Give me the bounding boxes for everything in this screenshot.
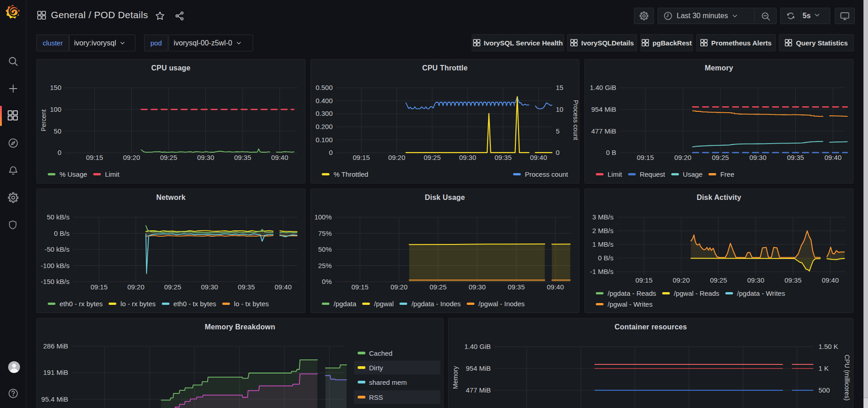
svg-text:09:15: 09:15 bbox=[637, 154, 654, 161]
svg-text:Process count: Process count bbox=[572, 100, 579, 140]
svg-text:09:35: 09:35 bbox=[784, 276, 802, 284]
svg-text:09:15: 09:15 bbox=[86, 154, 103, 161]
svg-text:Memory: Memory bbox=[452, 366, 459, 389]
svg-text:50: 50 bbox=[54, 127, 61, 135]
svg-text:09:25: 09:25 bbox=[424, 154, 441, 161]
svg-text:09:25: 09:25 bbox=[160, 154, 177, 161]
svg-text:-50 kB/s: -50 kB/s bbox=[45, 245, 70, 253]
svg-text:1 MB/s: 1 MB/s bbox=[592, 240, 614, 248]
svg-text:0.300: 0.300 bbox=[315, 109, 333, 117]
svg-text:09:25: 09:25 bbox=[712, 154, 729, 161]
svg-text:0 B/s: 0 B/s bbox=[598, 254, 614, 262]
svg-text:-1 MB/s: -1 MB/s bbox=[590, 268, 614, 275]
svg-text:09:35: 09:35 bbox=[787, 154, 804, 161]
svg-text:25%: 25% bbox=[318, 262, 332, 269]
svg-text:09:20: 09:20 bbox=[123, 154, 140, 161]
svg-text:0.100: 0.100 bbox=[315, 136, 333, 144]
svg-text:09:15: 09:15 bbox=[351, 283, 369, 291]
svg-text:09:35: 09:35 bbox=[234, 154, 251, 161]
svg-text:09:15: 09:15 bbox=[90, 283, 108, 291]
svg-text:0.500: 0.500 bbox=[315, 84, 333, 91]
svg-text:09:20: 09:20 bbox=[390, 283, 408, 291]
svg-text:1.50 K: 1.50 K bbox=[818, 343, 838, 350]
svg-text:09:35: 09:35 bbox=[238, 283, 255, 291]
svg-text:09:35: 09:35 bbox=[494, 154, 512, 161]
svg-text:09:40: 09:40 bbox=[271, 154, 289, 161]
svg-text:09:30: 09:30 bbox=[747, 276, 764, 284]
svg-text:09:40: 09:40 bbox=[530, 154, 547, 161]
svg-text:09:25: 09:25 bbox=[164, 283, 181, 291]
svg-text:1 K: 1 K bbox=[818, 364, 829, 372]
svg-text:50%: 50% bbox=[318, 245, 332, 253]
svg-text:0.400: 0.400 bbox=[315, 97, 333, 104]
svg-text:-100 kB/s: -100 kB/s bbox=[41, 262, 70, 269]
svg-text:477 MiB: 477 MiB bbox=[466, 386, 491, 394]
svg-text:09:40: 09:40 bbox=[824, 154, 842, 161]
svg-text:500: 500 bbox=[818, 386, 830, 394]
svg-text:0: 0 bbox=[329, 149, 333, 156]
svg-text:09:20: 09:20 bbox=[388, 154, 405, 161]
svg-text:09:35: 09:35 bbox=[508, 283, 525, 291]
svg-text:09:20: 09:20 bbox=[673, 276, 690, 284]
svg-text:09:20: 09:20 bbox=[674, 154, 692, 161]
svg-text:3 MB/s: 3 MB/s bbox=[592, 213, 614, 221]
svg-text:09:25: 09:25 bbox=[429, 283, 447, 291]
svg-text:954 MiB: 954 MiB bbox=[466, 364, 491, 372]
svg-text:09:15: 09:15 bbox=[635, 276, 653, 284]
svg-text:0 B: 0 B bbox=[606, 149, 616, 156]
svg-text:09:40: 09:40 bbox=[274, 283, 292, 291]
svg-text:477 MiB: 477 MiB bbox=[591, 127, 616, 135]
svg-text:100%: 100% bbox=[314, 213, 332, 221]
svg-text:100: 100 bbox=[50, 105, 61, 113]
svg-text:2 MB/s: 2 MB/s bbox=[592, 227, 614, 234]
svg-text:09:20: 09:20 bbox=[127, 283, 145, 291]
svg-text:286 MiB: 286 MiB bbox=[43, 342, 68, 350]
svg-text:0: 0 bbox=[58, 149, 61, 156]
svg-text:CPU (millicores): CPU (millicores) bbox=[843, 354, 851, 400]
svg-text:09:25: 09:25 bbox=[710, 276, 727, 284]
svg-text:75%: 75% bbox=[318, 229, 332, 237]
svg-text:Percent: Percent bbox=[40, 109, 47, 131]
svg-text:95.4 MiB: 95.4 MiB bbox=[41, 395, 68, 403]
svg-text:-150 kB/s: -150 kB/s bbox=[41, 278, 70, 285]
svg-text:10: 10 bbox=[556, 105, 564, 113]
svg-text:0.200: 0.200 bbox=[315, 123, 333, 130]
svg-text:150: 150 bbox=[50, 84, 61, 91]
svg-text:50 kB/s: 50 kB/s bbox=[47, 213, 70, 221]
svg-text:09:30: 09:30 bbox=[469, 283, 486, 291]
svg-text:09:40: 09:40 bbox=[547, 283, 564, 291]
svg-text:09:30: 09:30 bbox=[201, 283, 218, 291]
svg-text:09:30: 09:30 bbox=[197, 154, 215, 161]
svg-text:09:30: 09:30 bbox=[459, 154, 476, 161]
svg-text:1.40 GiB: 1.40 GiB bbox=[590, 84, 616, 91]
svg-text:09:40: 09:40 bbox=[822, 276, 839, 284]
svg-text:0 B/s: 0 B/s bbox=[54, 229, 70, 237]
svg-text:1.40 GiB: 1.40 GiB bbox=[464, 343, 491, 350]
svg-text:15: 15 bbox=[556, 84, 564, 91]
svg-text:191 MiB: 191 MiB bbox=[43, 368, 68, 376]
svg-text:5: 5 bbox=[556, 127, 559, 135]
svg-text:0: 0 bbox=[556, 149, 559, 156]
svg-text:0%: 0% bbox=[322, 278, 332, 285]
svg-text:09:30: 09:30 bbox=[749, 154, 767, 161]
svg-text:954 MiB: 954 MiB bbox=[591, 105, 616, 113]
svg-text:09:15: 09:15 bbox=[353, 154, 370, 161]
